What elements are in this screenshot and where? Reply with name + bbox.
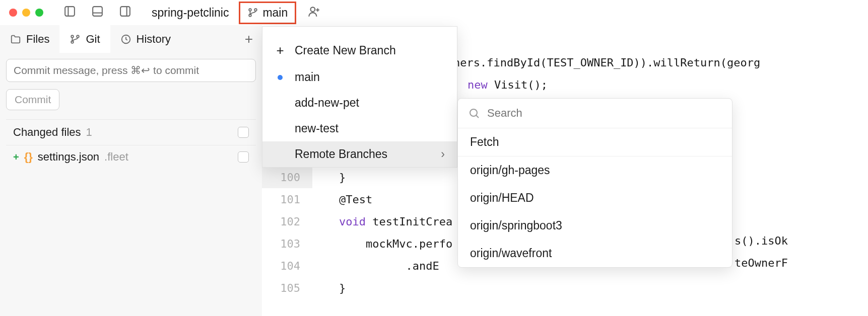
panel-toggle-icons bbox=[63, 5, 131, 20]
code-text: void testInitCrea bbox=[312, 215, 452, 228]
remote-branches-label: Remote Branches bbox=[295, 147, 387, 161]
changed-file-row[interactable]: + {} settings.json .fleet bbox=[6, 145, 256, 169]
code-text: } bbox=[312, 282, 346, 294]
tab-git[interactable]: Git bbox=[59, 25, 110, 53]
branch-popup: + Create New Branch main add-new-pet new… bbox=[262, 26, 457, 168]
branch-item[interactable]: new-test bbox=[262, 116, 457, 141]
svg-point-13 bbox=[77, 35, 80, 38]
window-zoom-icon[interactable] bbox=[35, 9, 43, 17]
right-panel-icon[interactable] bbox=[119, 5, 131, 20]
current-branch-dot-icon bbox=[278, 75, 283, 80]
code-text: } bbox=[312, 171, 346, 184]
folder-icon bbox=[10, 34, 21, 45]
tab-history[interactable]: History bbox=[110, 25, 181, 53]
line-number: 104 bbox=[262, 260, 312, 272]
tab-history-label: History bbox=[137, 33, 171, 46]
sidebar: Files Git History + Commit Changed files… bbox=[0, 25, 262, 316]
line-number: 100 bbox=[262, 171, 312, 184]
chevron-right-icon: › bbox=[441, 147, 445, 161]
remote-branches-item[interactable]: Remote Branches › bbox=[262, 141, 457, 167]
code-fragment: s().isOk bbox=[735, 234, 788, 247]
branch-item-main[interactable]: main bbox=[262, 64, 457, 90]
svg-point-9 bbox=[311, 7, 315, 12]
tab-files[interactable]: Files bbox=[0, 25, 59, 53]
line-number: 103 bbox=[262, 238, 312, 250]
commit-message-input[interactable] bbox=[6, 59, 256, 82]
code-fragment: teOwnerF bbox=[735, 257, 788, 269]
add-tab-button[interactable]: + bbox=[245, 31, 253, 47]
code-text: Visit(); bbox=[488, 78, 548, 91]
window-minimize-icon[interactable] bbox=[22, 9, 30, 17]
project-name[interactable]: spring-petclinic bbox=[152, 6, 229, 20]
sidebar-tabs: Files Git History + bbox=[0, 25, 262, 53]
remote-branch-item[interactable]: origin/springboot3 bbox=[458, 212, 732, 240]
create-branch-item[interactable]: + Create New Branch bbox=[262, 37, 457, 64]
history-icon bbox=[120, 34, 131, 45]
line-number: 105 bbox=[262, 282, 312, 294]
plus-icon: + bbox=[275, 43, 286, 58]
tab-git-label: Git bbox=[86, 33, 100, 46]
file-directory: .fleet bbox=[104, 150, 128, 164]
code-fragment: ners.findById(TEST_OWNER_ID)).willReturn… bbox=[453, 56, 760, 69]
code-fragment: new Visit(); bbox=[468, 78, 548, 91]
file-name: settings.json bbox=[38, 150, 99, 164]
line-number: 102 bbox=[262, 215, 312, 228]
svg-line-17 bbox=[476, 115, 479, 118]
commit-button[interactable]: Commit bbox=[6, 89, 59, 110]
code-text: mockMvc.perfo bbox=[312, 238, 452, 250]
svg-point-16 bbox=[470, 109, 477, 116]
window-controls bbox=[9, 9, 43, 17]
code-text: @Test bbox=[312, 193, 372, 206]
bottom-panel-icon[interactable] bbox=[91, 5, 104, 20]
search-icon bbox=[468, 107, 480, 119]
branch-name: add-new-pet bbox=[295, 96, 359, 110]
branch-item[interactable]: add-new-pet bbox=[262, 90, 457, 116]
sidebar-content: Commit Changed files 1 + {} settings.jso… bbox=[0, 53, 262, 316]
keyword: new bbox=[468, 78, 488, 91]
line-number: 101 bbox=[262, 193, 312, 206]
json-file-icon: {} bbox=[24, 150, 33, 164]
remote-branches-popup: Fetch origin/gh-pages origin/HEAD origin… bbox=[457, 98, 732, 268]
remote-branch-item[interactable]: origin/HEAD bbox=[458, 184, 732, 212]
branch-name: new-test bbox=[295, 122, 339, 135]
window-close-icon[interactable] bbox=[9, 9, 17, 17]
git-branch-icon bbox=[70, 34, 81, 45]
svg-point-12 bbox=[72, 35, 74, 38]
svg-rect-2 bbox=[93, 7, 102, 16]
code-line[interactable]: 105 } bbox=[262, 277, 868, 299]
remote-branch-item[interactable]: origin/wavefront bbox=[458, 240, 732, 267]
changed-files-count: 1 bbox=[86, 126, 92, 139]
svg-point-6 bbox=[249, 9, 252, 11]
remote-search-row bbox=[458, 99, 732, 128]
svg-rect-0 bbox=[65, 7, 75, 16]
branch-label: main bbox=[262, 6, 288, 20]
remote-search-input[interactable] bbox=[487, 107, 722, 120]
svg-point-7 bbox=[255, 9, 257, 11]
titlebar: spring-petclinic main bbox=[0, 0, 868, 25]
remote-branch-item[interactable]: origin/gh-pages bbox=[458, 156, 732, 184]
svg-rect-4 bbox=[120, 7, 130, 16]
changed-files-label: Changed files bbox=[13, 126, 81, 139]
select-all-checkbox[interactable] bbox=[238, 127, 249, 138]
add-user-icon[interactable] bbox=[307, 5, 320, 21]
branch-selector-button[interactable]: main bbox=[239, 2, 296, 24]
left-panel-icon[interactable] bbox=[63, 5, 76, 20]
file-added-icon: + bbox=[13, 151, 19, 163]
create-branch-label: Create New Branch bbox=[295, 44, 396, 57]
code-text: .andE bbox=[312, 260, 439, 272]
tab-files-label: Files bbox=[26, 33, 49, 46]
git-branch-icon bbox=[247, 7, 258, 18]
branch-name: main bbox=[295, 70, 320, 84]
changed-files-header[interactable]: Changed files 1 bbox=[6, 119, 256, 145]
file-checkbox[interactable] bbox=[238, 151, 249, 163]
fetch-item[interactable]: Fetch bbox=[458, 128, 732, 156]
